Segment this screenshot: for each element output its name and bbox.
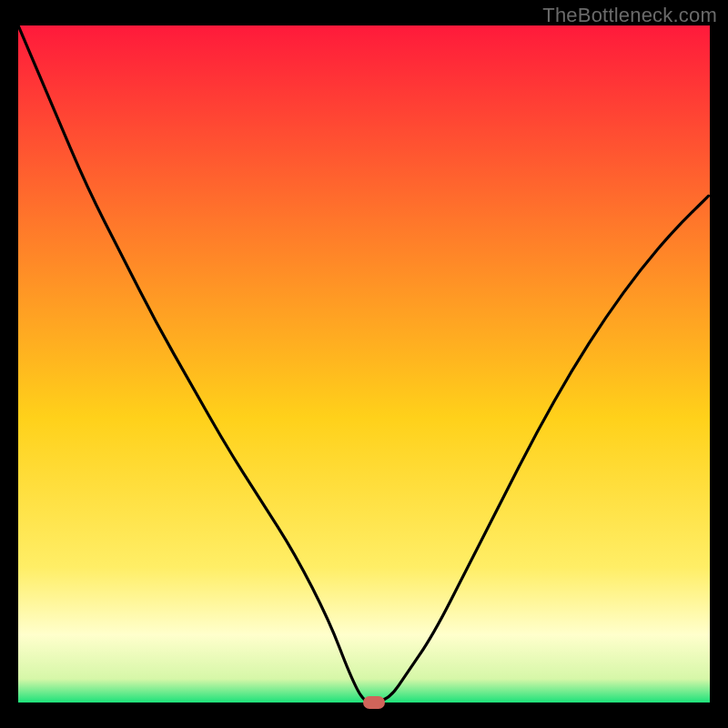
chart-svg — [18, 25, 710, 703]
optimal-point-marker — [363, 696, 385, 709]
watermark-text: TheBottleneck.com — [542, 4, 717, 27]
chart-frame: TheBottleneck.com — [0, 0, 728, 728]
plot-area — [18, 25, 710, 703]
gradient-background — [18, 25, 710, 703]
